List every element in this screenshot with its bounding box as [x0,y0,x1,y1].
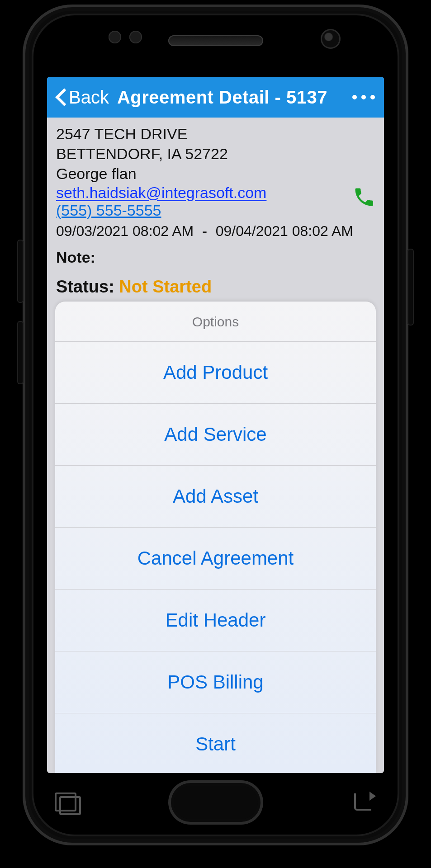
page-title: Agreement Detail - 5137 [117,87,327,108]
dot-icon [361,95,366,99]
status-row: Status: Not Started [56,277,374,297]
front-camera [321,29,341,49]
earpiece-speaker [168,35,263,46]
status-value: Not Started [119,277,212,296]
phone-link[interactable]: (555) 555-5555 [56,202,161,219]
address-line1: 2547 TECH DRIVE [56,124,374,144]
option-add-product[interactable]: Add Product [55,342,376,404]
volume-down-button[interactable] [17,321,24,384]
email-link[interactable]: seth.haidsiak@integrasoft.com [56,184,266,201]
more-button[interactable] [352,95,375,99]
option-pos-billing[interactable]: POS Billing [55,651,376,713]
option-add-service[interactable]: Add Service [55,404,376,466]
power-button[interactable] [407,249,414,326]
option-edit-header[interactable]: Edit Header [55,590,376,651]
contact-name: George flan [56,164,374,184]
agreement-detail: 2547 TECH DRIVE BETTENDORF, IA 52722 Geo… [47,118,384,301]
date-start: 09/03/2021 08:02 AM [56,223,194,239]
proximity-sensors [109,31,142,43]
option-add-asset[interactable]: Add Asset [55,466,376,528]
home-button[interactable] [168,780,263,825]
options-sheet: Options Add Product Add Service Add Asse… [55,302,376,773]
call-button[interactable] [352,185,376,209]
status-label: Status: [56,277,114,296]
titlebar: Back Agreement Detail - 5137 [47,77,384,118]
device-nav-bar [53,773,379,832]
screen: Back Agreement Detail - 5137 2547 TECH D… [47,77,384,773]
dot-icon [370,95,375,99]
date-range: 09/03/2021 08:02 AM - 09/04/2021 08:02 A… [56,223,374,240]
device-back-icon[interactable] [351,792,379,813]
date-separator: - [198,223,212,239]
chevron-left-icon [56,88,66,106]
phone-icon [352,185,376,209]
note-label: Note: [56,249,374,266]
back-label: Back [69,87,109,108]
recent-apps-icon[interactable] [53,792,80,813]
volume-up-button[interactable] [17,240,24,303]
option-cancel-agreement[interactable]: Cancel Agreement [55,528,376,590]
dot-icon [352,95,357,99]
back-button[interactable]: Back [56,87,109,108]
date-end: 09/04/2021 08:02 AM [216,223,353,239]
sheet-title: Options [55,302,376,342]
device-frame: Back Agreement Detail - 5137 2547 TECH D… [23,5,408,845]
address-line2: BETTENDORF, IA 52722 [56,144,374,164]
option-start[interactable]: Start [55,713,376,773]
